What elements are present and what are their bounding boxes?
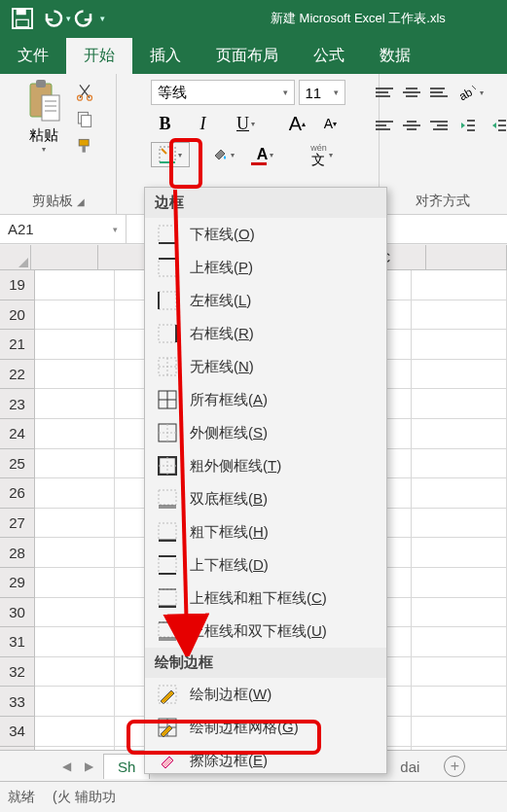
tab-data[interactable]: 数据 xyxy=(362,38,428,74)
align-middle-icon[interactable] xyxy=(399,83,424,102)
bold-button[interactable]: B xyxy=(151,111,180,136)
erase-border-item[interactable]: 擦除边框(E) xyxy=(145,744,386,773)
tab-formulas[interactable]: 公式 xyxy=(296,38,362,74)
border-left-item[interactable]: 左框线(L) xyxy=(145,284,386,317)
cell[interactable] xyxy=(35,538,115,568)
row-header[interactable]: 19 xyxy=(0,270,35,300)
border-double-bottom-item[interactable]: 双底框线(B) xyxy=(145,482,386,515)
cell[interactable] xyxy=(412,419,507,449)
cell[interactable] xyxy=(35,657,115,688)
status-assist[interactable]: (火 辅助功 xyxy=(53,789,116,806)
cell[interactable] xyxy=(35,627,115,657)
cell[interactable] xyxy=(35,568,115,598)
row-header[interactable]: 24 xyxy=(0,419,35,449)
phonetic-guide-button[interactable]: wén 文 ▾ xyxy=(303,142,342,167)
save-icon[interactable] xyxy=(8,4,37,33)
cell[interactable] xyxy=(35,717,115,747)
cell[interactable] xyxy=(412,538,507,568)
cell[interactable] xyxy=(412,598,507,628)
clipboard-dialog-launcher-icon[interactable]: ◢ xyxy=(77,196,85,207)
orientation-icon[interactable]: ab▾ xyxy=(453,80,487,105)
cell[interactable] xyxy=(412,449,507,479)
undo-icon[interactable] xyxy=(37,4,66,33)
sheet-tab-dai[interactable]: dai xyxy=(385,754,434,779)
row-header[interactable]: 34 xyxy=(0,717,35,747)
cell[interactable] xyxy=(35,687,115,717)
tab-file[interactable]: 文件 xyxy=(0,38,66,74)
cell[interactable] xyxy=(35,360,115,390)
border-top-item[interactable]: 上框线(P) xyxy=(145,251,386,284)
redo-icon[interactable] xyxy=(71,4,100,33)
italic-button[interactable]: I xyxy=(184,111,223,136)
row-header[interactable]: 32 xyxy=(0,657,35,688)
row-header[interactable]: 20 xyxy=(0,300,35,331)
cell[interactable] xyxy=(35,449,115,479)
cell[interactable] xyxy=(412,568,507,598)
cell[interactable] xyxy=(35,389,115,419)
font-name-select[interactable]: 等线▾ xyxy=(151,80,295,105)
shrink-font-icon[interactable]: A▾ xyxy=(316,111,345,136)
cell[interactable] xyxy=(35,419,115,449)
cell[interactable] xyxy=(412,478,507,509)
border-thick-outside-item[interactable]: 粗外侧框线(T) xyxy=(145,449,386,482)
align-bottom-icon[interactable] xyxy=(426,83,452,102)
border-top-bottom-item[interactable]: 上下框线(D) xyxy=(145,548,386,582)
font-color-button[interactable]: A ▾ xyxy=(246,142,285,167)
font-size-select[interactable]: 11▾ xyxy=(299,80,345,105)
align-center-icon[interactable] xyxy=(399,116,424,135)
row-header[interactable]: 28 xyxy=(0,538,35,568)
cell[interactable] xyxy=(412,270,507,300)
row-header[interactable]: 23 xyxy=(0,389,35,419)
border-all-item[interactable]: 所有框线(A) xyxy=(145,383,386,416)
underline-button[interactable]: U▾ xyxy=(227,111,266,136)
select-all-corner[interactable] xyxy=(0,245,31,270)
cell[interactable] xyxy=(412,389,507,419)
cell[interactable] xyxy=(35,300,115,331)
align-left-icon[interactable] xyxy=(372,116,397,135)
cell[interactable] xyxy=(35,478,115,509)
row-header[interactable]: 25 xyxy=(0,449,35,479)
cell[interactable] xyxy=(412,687,507,717)
row-header[interactable]: 27 xyxy=(0,509,35,539)
sheet-nav-next-icon[interactable]: ▶ xyxy=(81,759,97,773)
row-header[interactable]: 26 xyxy=(0,478,35,509)
border-bottom-item[interactable]: 下框线(O) xyxy=(145,218,386,251)
cell[interactable] xyxy=(412,657,507,688)
sheet-nav-prev-icon[interactable]: ◀ xyxy=(58,759,75,773)
draw-border-item[interactable]: 绘制边框(W) xyxy=(145,678,386,711)
cell[interactable] xyxy=(412,627,507,657)
decrease-indent-icon[interactable] xyxy=(453,113,483,138)
cell[interactable] xyxy=(412,717,507,747)
border-top-thick-bottom-item[interactable]: 上框线和粗下框线(C) xyxy=(145,582,386,615)
align-right-icon[interactable] xyxy=(426,116,452,135)
cell[interactable] xyxy=(412,330,507,360)
border-thick-bottom-item[interactable]: 粗下框线(H) xyxy=(145,515,386,548)
row-header[interactable]: 31 xyxy=(0,627,35,657)
tab-page-layout[interactable]: 页面布局 xyxy=(199,38,296,74)
cell[interactable] xyxy=(35,598,115,628)
paste-button[interactable]: 粘贴 ▾ xyxy=(20,78,67,154)
row-header[interactable]: 22 xyxy=(0,360,35,390)
increase-indent-icon[interactable] xyxy=(485,113,507,138)
row-header[interactable]: 33 xyxy=(0,687,35,717)
tab-home[interactable]: 开始 xyxy=(66,38,132,74)
copy-icon[interactable] xyxy=(73,109,96,128)
grow-font-icon[interactable]: A▴ xyxy=(283,111,312,136)
col-header-d[interactable] xyxy=(426,245,507,270)
cell[interactable] xyxy=(412,509,507,539)
format-painter-icon[interactable] xyxy=(73,136,96,156)
border-top-double-bottom-item[interactable]: 上框线和双下框线(U) xyxy=(145,615,386,648)
cell[interactable] xyxy=(35,509,115,539)
align-top-icon[interactable] xyxy=(372,83,397,102)
cell[interactable] xyxy=(35,330,115,360)
name-box[interactable]: A21▾ xyxy=(0,215,127,243)
row-header[interactable]: 29 xyxy=(0,568,35,598)
border-button[interactable]: ▾ xyxy=(151,142,190,167)
add-sheet-button[interactable]: + xyxy=(444,756,465,777)
border-none-item[interactable]: 无框线(N) xyxy=(145,350,386,383)
cell[interactable] xyxy=(412,360,507,390)
cell[interactable] xyxy=(35,270,115,300)
col-header-a[interactable] xyxy=(31,245,98,270)
row-header[interactable]: 21 xyxy=(0,330,35,360)
cut-icon[interactable] xyxy=(73,82,96,101)
